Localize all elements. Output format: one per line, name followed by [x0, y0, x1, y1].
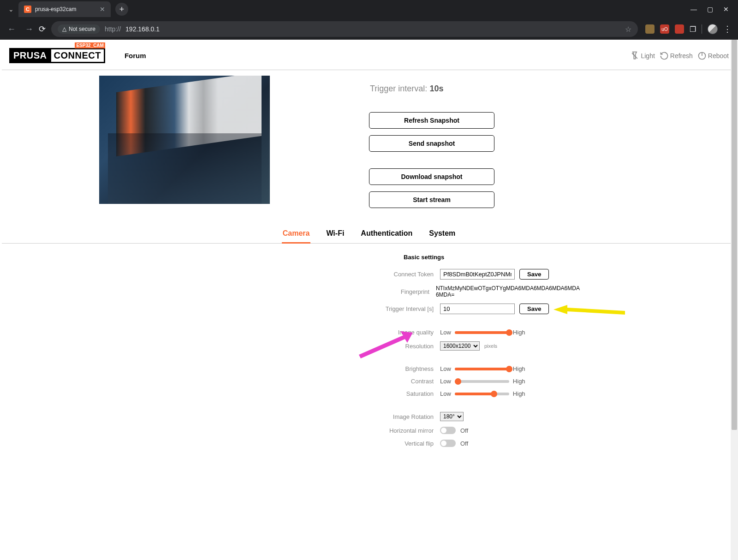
ublock-icon[interactable]: uO [660, 24, 669, 34]
horizontal-mirror-toggle[interactable] [440, 427, 456, 434]
favicon-icon: C [24, 6, 31, 13]
trigger-interval-display: Trigger interval: 10s [370, 84, 738, 94]
profile-avatar[interactable] [708, 24, 718, 34]
tab-camera[interactable]: Camera [282, 227, 311, 244]
start-stream-button[interactable]: Start stream [369, 191, 494, 208]
connect-token-input[interactable] [440, 269, 515, 280]
extension-3-icon[interactable] [675, 24, 684, 34]
refresh-snapshot-button[interactable]: Refresh Snapshot [369, 112, 494, 129]
menu-dots-icon[interactable]: ⋮ [723, 24, 732, 34]
brightness-slider[interactable] [455, 368, 509, 370]
connect-token-save-button[interactable]: Save [519, 269, 549, 280]
saturation-slider[interactable] [455, 393, 509, 395]
snapshot-section: Trigger interval: 10s Refresh Snapshot S… [0, 70, 738, 214]
logo[interactable]: ESP32_CAM PRUSA CONNECT [9, 48, 105, 63]
row-resolution: Resolution 1600x1200 pixels [157, 341, 581, 351]
settings-panel: Basic settings Connect Token Save Finger… [157, 254, 581, 447]
trigger-interval-input[interactable] [440, 304, 515, 314]
page-header: ESP32_CAM PRUSA CONNECT Forum Light Refr… [2, 40, 736, 70]
section-title: Basic settings [404, 254, 581, 261]
image-quality-slider[interactable] [455, 331, 509, 334]
maximize-icon[interactable]: ▢ [707, 6, 713, 13]
row-connect-token: Connect Token Save [157, 269, 581, 280]
logo-badge: ESP32_CAM [75, 42, 105, 48]
tab-close-icon[interactable]: ✕ [100, 6, 105, 13]
extension-1-icon[interactable] [645, 24, 655, 34]
tab-wifi[interactable]: Wi-Fi [325, 227, 345, 243]
power-icon [697, 51, 707, 60]
image-rotation-select[interactable]: 180° [440, 412, 464, 421]
row-trigger-interval: Trigger Interval [s] Save [157, 304, 581, 314]
bookmark-star-icon[interactable]: ☆ [625, 25, 631, 34]
window-controls: ― ▢ ✕ [685, 6, 734, 13]
address-bar[interactable]: △ Not secure http:// 192.168.0.1 ☆ [51, 21, 638, 37]
new-tab-button[interactable]: + [115, 3, 128, 16]
vertical-flip-toggle[interactable] [440, 440, 456, 447]
svg-marker-3 [554, 305, 625, 315]
send-snapshot-button[interactable]: Send snapshot [369, 135, 494, 152]
trigger-interval-save-button[interactable]: Save [519, 304, 549, 314]
annotation-arrow-yellow [554, 303, 627, 321]
not-secure-badge[interactable]: △ Not secure [58, 24, 100, 34]
forward-icon[interactable]: → [25, 24, 33, 34]
extensions-puzzle-icon[interactable]: ❐ [690, 25, 696, 34]
light-button[interactable]: Light [630, 51, 655, 60]
annotation-arrow-pink [355, 331, 415, 359]
tabs-dropdown-icon[interactable]: ⌄ [4, 6, 18, 13]
scrollbar-thumb[interactable] [732, 40, 737, 430]
tab-authentication[interactable]: Authentication [360, 227, 413, 243]
nav-arrows: ← → [5, 24, 33, 34]
extension-icons: uO ❐ ⋮ [643, 24, 733, 34]
reload-icon[interactable]: ⟳ [39, 24, 46, 34]
row-saturation: Saturation Low High [157, 390, 581, 397]
page-scrollbar[interactable] [731, 40, 738, 471]
close-window-icon[interactable]: ✕ [723, 6, 729, 13]
header-actions: Light Refresh Reboot [630, 51, 729, 60]
minimize-icon[interactable]: ― [690, 6, 697, 13]
url-prefix: http:// [105, 25, 121, 33]
forum-link[interactable]: Forum [125, 52, 146, 60]
row-vertical-flip: Vertical flip Off [157, 440, 581, 447]
back-icon[interactable]: ← [7, 24, 16, 34]
separator [702, 24, 702, 34]
row-image-rotation: Image Rotation 180° [157, 412, 581, 421]
svg-line-0 [632, 53, 638, 59]
tab-system[interactable]: System [428, 227, 456, 243]
camera-snapshot-image [99, 76, 270, 204]
row-contrast: Contrast Low High [157, 378, 581, 385]
settings-tabs: Camera Wi-Fi Authentication System [2, 227, 736, 244]
row-horizontal-mirror: Horizontal mirror Off [157, 427, 581, 434]
refresh-button[interactable]: Refresh [660, 51, 693, 60]
row-brightness: Brightness Low High [157, 365, 581, 372]
contrast-slider[interactable] [455, 380, 509, 383]
svg-marker-4 [359, 331, 413, 358]
tab-strip: ⌄ C prusa-esp32cam ✕ + ― ▢ ✕ [0, 0, 738, 18]
browser-toolbar: ← → ⟳ △ Not secure http:// 192.168.0.1 ☆… [0, 18, 738, 40]
flashlight-icon [630, 51, 639, 60]
download-snapshot-button[interactable]: Download snapshot [369, 168, 494, 185]
refresh-icon [660, 51, 669, 60]
page-content: ESP32_CAM PRUSA CONNECT Forum Light Refr… [0, 40, 738, 471]
reboot-button[interactable]: Reboot [697, 51, 729, 60]
browser-chrome: ⌄ C prusa-esp32cam ✕ + ― ▢ ✕ ← → ⟳ △ Not… [0, 0, 738, 40]
url-host: 192.168.0.1 [125, 25, 160, 33]
warning-icon: △ [62, 26, 66, 32]
row-fingerprint: Fingerprint NTIxMzMyNDEwOTgxOTYgMDA6MDA6… [157, 285, 581, 298]
fingerprint-value: NTIxMzMyNDEwOTgxOTYgMDA6MDA6MDA6MDA6MDA6… [436, 285, 581, 298]
tab-title: prusa-esp32cam [35, 6, 96, 12]
resolution-select[interactable]: 1600x1200 [440, 341, 480, 351]
browser-tab[interactable]: C prusa-esp32cam ✕ [18, 1, 111, 17]
